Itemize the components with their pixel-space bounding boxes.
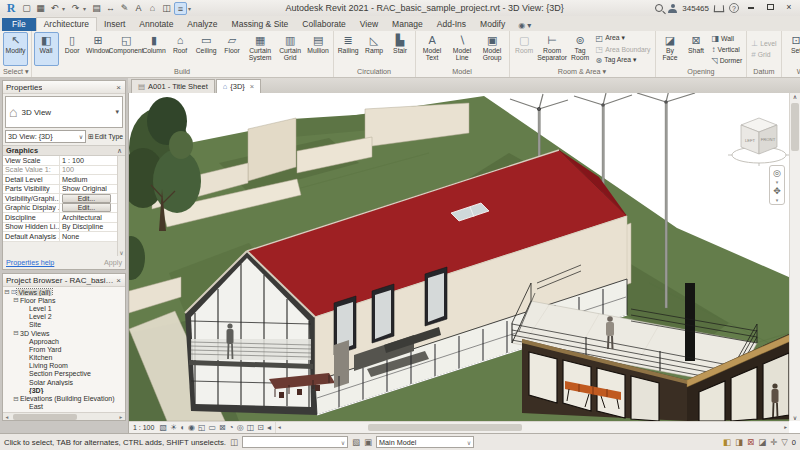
select-by-face-icon[interactable]: ◪ (758, 437, 766, 447)
3d-view-canvas[interactable]: LEFT FRONT (129, 93, 791, 421)
apply-button[interactable]: Apply (104, 258, 122, 267)
save-icon[interactable]: ▦ (34, 2, 47, 15)
prop-row-graphic-display[interactable]: Graphic Display ...Edit... (3, 204, 117, 214)
vcb-collapse-icon[interactable]: ◂ (267, 423, 271, 432)
crop-view-icon[interactable]: ◱ (198, 423, 206, 432)
ramp-button[interactable]: ◺Ramp (362, 32, 387, 66)
set-work-plane-button[interactable]: ⊡Set (784, 32, 800, 66)
design-option-combo[interactable]: Main Model ∨ (376, 436, 474, 448)
user-id[interactable]: 345465 (682, 4, 709, 13)
model-text-button[interactable]: AModel Text (418, 32, 447, 66)
drag-on-selection-icon[interactable]: ✛ (770, 437, 777, 447)
area-boundary-button[interactable]: ◳Area Boundary (594, 44, 653, 55)
tab-add-ins[interactable]: Add-Ins (430, 18, 473, 31)
design-options-icon[interactable]: ▧ (352, 437, 360, 447)
floor-button[interactable]: ▱Floor (220, 32, 245, 66)
render-icon[interactable]: ◉ (188, 423, 195, 432)
tree-item-3d-views[interactable]: ⊟3D Views (3, 329, 125, 337)
design-options-edit-icon[interactable]: ▣ (364, 437, 372, 447)
room-separator-button[interactable]: ⊢Room Separator (538, 32, 567, 66)
type-selector-dropdown-icon[interactable]: ▾ (115, 108, 119, 116)
prop-row-detail-level[interactable]: Detail LevelMedium (3, 175, 117, 185)
active-workset-combo[interactable]: ∨ (242, 436, 348, 448)
type-selector[interactable]: ⌂ 3D View ▾ (5, 96, 123, 128)
panel-label-room-area[interactable]: Room & Area ▾ (512, 66, 653, 77)
lock-3d-view-icon[interactable]: ⊠ (219, 423, 226, 432)
restore-button[interactable] (763, 2, 777, 14)
tree-item-site[interactable]: Site (3, 321, 125, 329)
edit-type-button[interactable]: ⊞ Edit Type (88, 133, 123, 141)
mullion-button[interactable]: ▤Mullion (306, 32, 331, 66)
reveal-hidden-elements-icon[interactable]: ◎ (237, 423, 244, 432)
select-underlay-icon[interactable]: ◨ (735, 437, 743, 447)
component-button[interactable]: ◱Component (112, 32, 141, 66)
undo-icon[interactable]: ↶ (48, 2, 61, 15)
opening-by-face-button[interactable]: ◪By Face (658, 32, 683, 66)
prop-row-scale-value[interactable]: Scale Value 1:100 (3, 166, 117, 176)
tree-item-elevations[interactable]: ⊟Elevations (Building Elevation) (3, 394, 125, 402)
properties-header[interactable]: Properties × (3, 81, 125, 94)
aligned-dimension-icon[interactable]: ✎ (118, 2, 131, 15)
worksets-icon[interactable]: ◫ (230, 437, 238, 447)
curtain-system-button[interactable]: ▦Curtain System (246, 32, 275, 66)
user-account-icon[interactable] (668, 4, 677, 13)
thin-lines-icon[interactable]: ≡ (174, 2, 187, 15)
select-links-icon[interactable]: ◧ (723, 437, 731, 447)
prop-row-view-scale[interactable]: View Scale1 : 100 (3, 156, 117, 166)
tree-item-3d[interactable]: {3D} (3, 386, 125, 394)
vertical-scrollbar[interactable]: ∧ ∨ (789, 93, 800, 421)
properties-help-link[interactable]: Properties help (6, 258, 54, 267)
section-collapse-icon[interactable]: ∧ (117, 147, 122, 155)
chimney[interactable] (685, 283, 695, 361)
view-tab-3d[interactable]: ⌂ {3D} × (216, 79, 262, 93)
ceiling-button[interactable]: ▭Ceiling (194, 32, 219, 66)
grid-button[interactable]: #Grid (749, 49, 778, 60)
prop-row-discipline[interactable]: DisciplineArchitectural (3, 213, 117, 223)
app-store-cart-icon[interactable] (714, 5, 725, 12)
window-button[interactable]: ⊞Window (86, 32, 111, 66)
project-browser-hscrollbar[interactable]: ◂ ▸ (3, 412, 125, 420)
wall-opening-button[interactable]: ◨Wall (710, 33, 745, 44)
tree-item-approach[interactable]: Approach (3, 337, 125, 345)
column-button[interactable]: ▮Column (142, 32, 167, 66)
redo-icon[interactable]: ↷ (69, 2, 82, 15)
roof-button[interactable]: ⌂Roof (168, 32, 193, 66)
wall-button[interactable]: ◧Wall (34, 32, 59, 66)
graphic-display-edit-button[interactable]: Edit... (62, 203, 111, 212)
temporary-hide-isolate-icon[interactable]: ◔ (229, 423, 234, 432)
door-button[interactable]: ▯Door (60, 32, 85, 66)
show-crop-region-icon[interactable]: ▭ (209, 423, 217, 432)
tab-architecture[interactable]: Architecture (36, 17, 97, 31)
customize-qat-icon[interactable]: ▾ (188, 5, 194, 12)
filter-icon[interactable]: ▽ (781, 437, 788, 447)
prop-row-visibility-graphics[interactable]: Visibility/Graphi...Edit... (3, 194, 117, 204)
tab-analyze[interactable]: Analyze (180, 18, 224, 31)
tree-item-level-2[interactable]: Level 2 (3, 313, 125, 321)
steering-wheel-icon[interactable]: ◎ (773, 168, 781, 178)
balcony[interactable] (189, 339, 313, 369)
tab-collaborate[interactable]: Collaborate (295, 18, 352, 31)
close-button[interactable]: × (782, 2, 796, 14)
undo-dropdown-icon[interactable]: ▾ (62, 5, 68, 12)
model-group-button[interactable]: ▣Model Group (478, 32, 507, 66)
print-icon[interactable]: ▤ (90, 2, 103, 15)
prop-row-parts-visibility[interactable]: Parts VisibilityShow Original (3, 185, 117, 195)
panel-label-select[interactable]: Select ▾ (3, 66, 29, 77)
instance-combo[interactable]: 3D View: {3D} ∨ (5, 130, 86, 143)
visibility-edit-button[interactable]: Edit... (62, 194, 111, 203)
minimize-button[interactable] (744, 2, 758, 14)
viewcube-front-face[interactable]: FRONT (761, 137, 776, 142)
tab-insert[interactable]: Insert (97, 18, 132, 31)
model-line-button[interactable]: ∖Model Line (448, 32, 477, 66)
revit-logo-icon[interactable]: R (4, 1, 18, 16)
shadows-icon[interactable]: ◐ (180, 423, 185, 432)
room-button[interactable]: ▢Room (512, 32, 537, 66)
prop-row-show-hidden-lines[interactable]: Show Hidden Li...By Discipline (3, 223, 117, 233)
scale-control[interactable]: 1 : 100 (133, 424, 154, 431)
tree-item-from-yard[interactable]: From Yard (3, 345, 125, 353)
project-browser-header[interactable]: Project Browser - RAC_basic_sample_pr...… (3, 274, 125, 287)
view-tab-close-icon[interactable]: × (250, 82, 254, 91)
prop-row-default-analysis[interactable]: Default Analysis ...None (3, 232, 117, 242)
visual-style-icon[interactable]: ▧ (159, 423, 167, 432)
default-3d-view-icon[interactable]: ⌂ (146, 2, 159, 15)
